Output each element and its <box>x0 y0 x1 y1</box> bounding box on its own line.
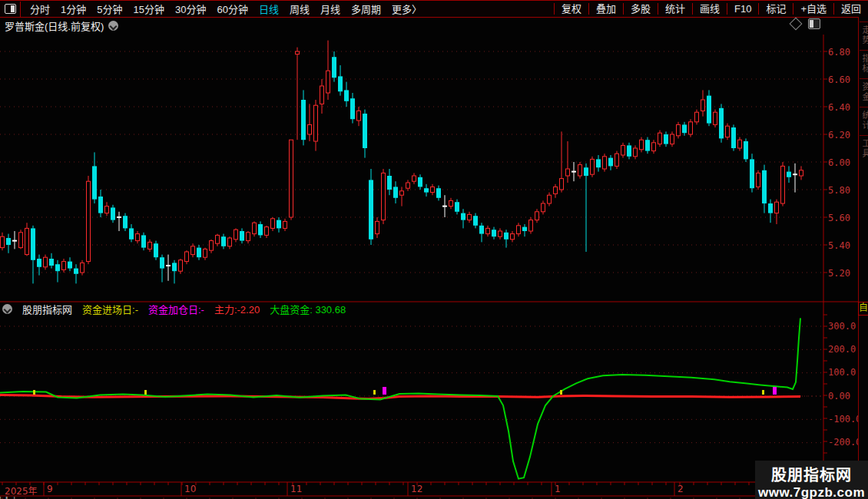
month-label: 12 <box>411 484 422 494</box>
tab-60min[interactable]: 60分钟 <box>217 2 247 16</box>
chevron-down-icon[interactable] <box>108 21 118 31</box>
candlestick-and-indicator-chart[interactable] <box>0 0 868 499</box>
title-right-icons <box>791 18 820 29</box>
tab-15min[interactable]: 15分钟 <box>133 2 164 16</box>
month-label: 9 <box>47 484 53 494</box>
tab-more[interactable]: 更多〉 <box>392 2 422 16</box>
statistics-button[interactable]: 统计 <box>658 3 692 15</box>
diamond-icon[interactable] <box>790 18 803 31</box>
multi-stock-button[interactable]: 多股 <box>623 3 658 15</box>
period-toolbar: 分时 1分钟 5分钟 15分钟 30分钟 60分钟 日线 周线 月线 多周期 更… <box>0 0 868 18</box>
tab-multi-period[interactable]: 多周期 <box>351 2 381 16</box>
trading-app-window: 分时 1分钟 5分钟 15分钟 30分钟 60分钟 日线 周线 月线 多周期 更… <box>0 0 868 499</box>
chart-title-bar: 罗普斯金(日线.前复权) <box>0 17 868 34</box>
month-label: 11 <box>290 484 302 494</box>
add-watchlist-button[interactable]: +自选 <box>793 3 833 15</box>
watermark-name: 股朋指标网 <box>755 463 868 485</box>
back-button[interactable]: 返回 <box>833 3 868 15</box>
sidebar-vertical-tab[interactable]: 工具 <box>860 135 868 159</box>
month-label: 2 <box>678 484 684 494</box>
year-label: 2025年 <box>5 484 38 497</box>
adjust-price-button[interactable]: 复权 <box>554 3 588 15</box>
month-label: 1 <box>555 484 561 494</box>
indicator-main-force-value: 主力:-2.20 <box>214 302 260 316</box>
draw-line-button[interactable]: 画线 <box>692 3 727 15</box>
indicator-header: 股朋指标网 资金进场日:- 资金加仓日:- 主力:-2.20 大盘资金: 330… <box>0 302 860 315</box>
chevron-down-icon[interactable] <box>2 304 12 314</box>
sidebar-vertical-tab[interactable]: 指标 <box>860 50 868 74</box>
f10-button[interactable]: F10 <box>727 3 758 15</box>
right-vertical-toolbar[interactable]: 走势指标资金统计工具 <box>858 17 868 499</box>
stock-title: 罗普斯金(日线.前复权) <box>5 18 104 33</box>
sidebar-vertical-tab[interactable]: 资金 <box>860 78 868 102</box>
indicator-signal-in: 资金进场日:- <box>82 302 138 316</box>
split-panel-icon <box>5 4 16 14</box>
overlay-button[interactable]: 叠加 <box>588 3 623 15</box>
tab-daily[interactable]: 日线 <box>259 2 279 16</box>
tab-1min[interactable]: 1分钟 <box>61 2 86 16</box>
indicator-signal-add: 资金加仓日:- <box>148 302 204 316</box>
indicator-market-fund-value: 大盘资金: 330.68 <box>270 302 346 316</box>
toolbar-actions: 复权 叠加 多股 统计 画线 F10 标记 +自选 返回 <box>554 1 868 17</box>
tab-weekly[interactable]: 周线 <box>290 2 310 16</box>
sidebar-vertical-tab[interactable]: 统计 <box>860 107 868 131</box>
period-tabs: 分时 1分钟 5分钟 15分钟 30分钟 60分钟 日线 周线 月线 多周期 更… <box>21 2 422 16</box>
indicator-name[interactable]: 股朋指标网 <box>22 302 72 316</box>
window-layout-button[interactable] <box>0 2 21 17</box>
sidebar-vertical-tab[interactable]: 走势 <box>860 21 868 45</box>
tab-5min[interactable]: 5分钟 <box>97 2 122 16</box>
mark-button[interactable]: 标记 <box>758 3 793 15</box>
tab-monthly[interactable]: 月线 <box>320 2 340 16</box>
month-label: 10 <box>184 484 196 494</box>
watermark-url: www.7gpzb.com <box>755 485 868 499</box>
panel-toggle-icon[interactable] <box>808 18 820 29</box>
site-watermark: 股朋指标网 www.7gpzb.com <box>755 461 868 499</box>
tab-30min[interactable]: 30分钟 <box>175 2 206 16</box>
tab-fenshi[interactable]: 分时 <box>30 2 50 16</box>
corner-tab[interactable]: 自 <box>858 302 868 316</box>
